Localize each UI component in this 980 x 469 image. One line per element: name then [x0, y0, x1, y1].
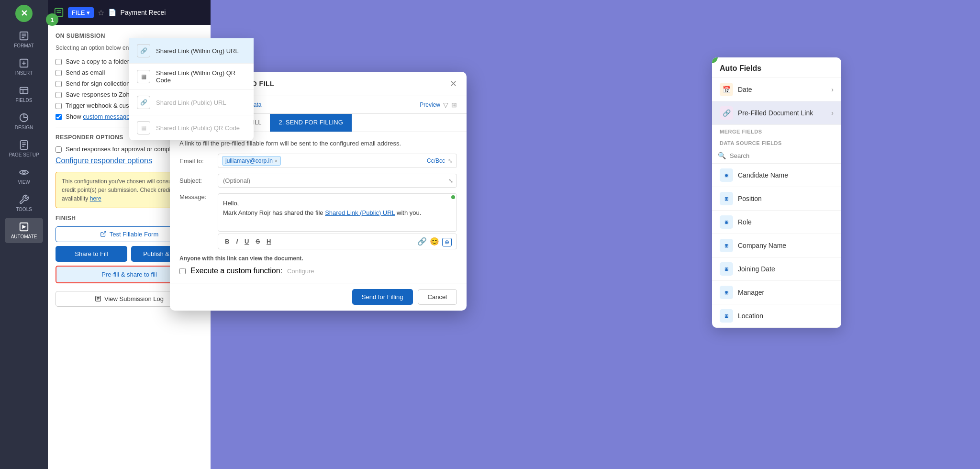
sidebar-item-automate[interactable]: AUTOMATE	[5, 218, 43, 243]
af-role[interactable]: ⊞ Role	[712, 211, 841, 234]
step-1-badge: 1	[46, 13, 58, 26]
sidebar-item-format[interactable]: FORMAT	[5, 27, 43, 52]
shared-link-pub-url-label: Shared Link (Public) URL	[156, 99, 226, 106]
joining-date-label: Joining Date	[738, 265, 775, 273]
checkbox-sign-input[interactable]	[56, 81, 62, 87]
date-label: Date	[738, 86, 752, 93]
sidebar-item-tools[interactable]: TOOLS	[5, 190, 43, 216]
panel-title: Payment Recei	[120, 9, 166, 16]
checkbox-folder-input[interactable]	[56, 59, 62, 65]
step-badge-1: 1	[46, 13, 58, 26]
subject-expand-icon[interactable]: ⤡	[448, 178, 453, 184]
send-for-filling-button[interactable]: Send for Filling	[352, 289, 413, 305]
subject-row: Subject: ⤡	[179, 174, 457, 188]
filter-icon[interactable]: ▽	[443, 101, 448, 109]
email-row: Email to: julliamary@corp.in × Cc/Bcc ⤡	[179, 154, 457, 168]
checkbox-message-input[interactable]	[56, 114, 62, 120]
step-3-badge: 3	[712, 57, 718, 63]
responder-label: Send responses for approval or completio…	[66, 145, 184, 153]
warning-text: This configuration you've chosen will co…	[62, 178, 184, 202]
field-icon-role: ⊞	[720, 215, 733, 229]
shared-link-pub-icon: 🔗	[137, 96, 150, 109]
file-button[interactable]: FILE ▾	[68, 7, 94, 18]
link-icon[interactable]: 🔗	[417, 237, 427, 246]
subject-input[interactable]	[218, 174, 457, 188]
custom-fn-label: Execute a custom function:	[190, 267, 282, 275]
submenu-shared-link-pub-url[interactable]: 🔗 Shared Link (Public) URL	[129, 90, 254, 115]
note-text-content: Anyone with this link can view the docum…	[179, 255, 303, 262]
message-link-text[interactable]: Shared Link (Public) URL	[325, 209, 395, 216]
configure-responder-link[interactable]: Configure responder options	[56, 156, 152, 165]
sidebar-item-fields[interactable]: FIELDS	[5, 81, 43, 107]
preview-link[interactable]: Preview	[420, 101, 440, 108]
candidate-name-label: Candidate Name	[738, 171, 788, 179]
warning-link[interactable]: here	[90, 195, 101, 202]
af-prefilled-item[interactable]: 🔗 Pre-Filled Document Link ›	[712, 101, 841, 125]
underline-button[interactable]: U	[243, 238, 251, 245]
af-location[interactable]: ⊞ Location	[712, 304, 841, 328]
message-row: Message: Hello, Mark Antony Rojr has sha…	[179, 193, 457, 249]
submenu-shared-link-org-qr[interactable]: ▦ Shared Link (Within Org) QR Code	[129, 64, 254, 90]
cancel-label: Cancel	[428, 293, 447, 301]
export-icon[interactable]: ⊞	[451, 101, 457, 109]
checkbox-email-input[interactable]	[56, 70, 62, 76]
sidebar-item-fields-label: FIELDS	[15, 98, 32, 103]
data-source-divider: Data source fields	[712, 136, 841, 148]
strikethrough-button[interactable]: S	[254, 238, 262, 245]
auto-fields-panel: 3 Auto Fields 📅 Date › 🔗 Pre-Filled Docu…	[712, 57, 841, 328]
submenu-shared-link-org-url[interactable]: 🔗 Shared Link (Within Org) URL	[129, 38, 254, 64]
search-icon: 🔍	[718, 152, 726, 159]
shared-link-org-url-label: Shared Link (Within Org) URL	[156, 47, 239, 55]
sidebar-item-page-setup[interactable]: PAGE SETUP	[5, 136, 43, 161]
af-candidate-name[interactable]: ⊞ Candidate Name	[712, 164, 841, 187]
auto-fields-header: Auto Fields	[712, 57, 841, 78]
email-label: Email to:	[179, 157, 213, 165]
af-date-item[interactable]: 📅 Date ›	[712, 78, 841, 101]
af-manager[interactable]: ⊞ Manager	[712, 281, 841, 304]
sidebar-item-insert[interactable]: INSERT	[5, 54, 43, 79]
af-joining-date[interactable]: ⊞ Joining Date	[712, 257, 841, 281]
shared-link-org-qr-label: Shared Link (Within Org) QR Code	[156, 69, 246, 84]
af-position[interactable]: ⊞ Position	[712, 187, 841, 211]
italic-button[interactable]: I	[234, 238, 240, 245]
af-company-name[interactable]: ⊞ Company Name	[712, 234, 841, 257]
bold-button[interactable]: B	[223, 238, 231, 245]
highlight-button[interactable]: H	[265, 238, 273, 245]
search-input[interactable]	[730, 152, 835, 159]
prefilled-icon: 🔗	[720, 106, 733, 120]
sidebar-item-tools-label: TOOLS	[16, 207, 32, 212]
tab-send-filling[interactable]: 2. SEND FOR FILLING	[270, 114, 351, 132]
cc-bcc-button[interactable]: Cc/Bcc	[427, 157, 445, 164]
custom-fn-checkbox[interactable]	[179, 268, 186, 274]
cancel-button[interactable]: Cancel	[418, 289, 457, 305]
email-value: julliamary@corp.in	[225, 157, 273, 164]
checkbox-responder-input[interactable]	[56, 146, 62, 153]
configure-link[interactable]: Configure	[287, 268, 314, 275]
note-text: Anyone with this link can view the docum…	[179, 255, 457, 262]
email-remove-btn[interactable]: ×	[275, 158, 278, 164]
checkbox-webhook-input[interactable]	[56, 103, 62, 109]
plus-icon[interactable]: ⊕	[442, 238, 452, 246]
sidebar-item-design[interactable]: DESIGN	[5, 109, 43, 134]
modal-description: A link to fill the pre-filled fillable f…	[179, 140, 457, 147]
send-label: Send for Filling	[362, 293, 403, 301]
submenu-shared-link-pub-qr[interactable]: ▦ Shared Link (Public) QR Code	[129, 115, 254, 140]
log-icon	[95, 295, 101, 302]
sidebar-item-view-label: VIEW	[18, 179, 30, 185]
expand-icon[interactable]: ⤡	[448, 157, 453, 164]
merge-fields-divider: Merge Fields	[712, 125, 841, 136]
emoji-icon[interactable]: 😊	[430, 237, 439, 246]
modal-close-button[interactable]: ✕	[450, 78, 457, 89]
sidebar-item-format-label: FORMAT	[14, 43, 33, 48]
sidebar-item-view[interactable]: VIEW	[5, 163, 43, 189]
modal-footer: Send for Filling Cancel	[170, 283, 467, 311]
close-button[interactable]: ✕	[15, 5, 33, 22]
email-tag: julliamary@corp.in ×	[222, 156, 281, 166]
doc-icon2: 📄	[108, 9, 116, 16]
message-area[interactable]: Hello, Mark Antony Rojr has shared the f…	[218, 193, 457, 232]
star-icon[interactable]: ☆	[98, 8, 104, 17]
af-search: 🔍	[712, 148, 841, 164]
share-to-fill-button[interactable]: Share to Fill	[56, 246, 127, 262]
field-icon-candidate: ⊞	[720, 168, 733, 182]
checkbox-zoho-input[interactable]	[56, 92, 62, 98]
